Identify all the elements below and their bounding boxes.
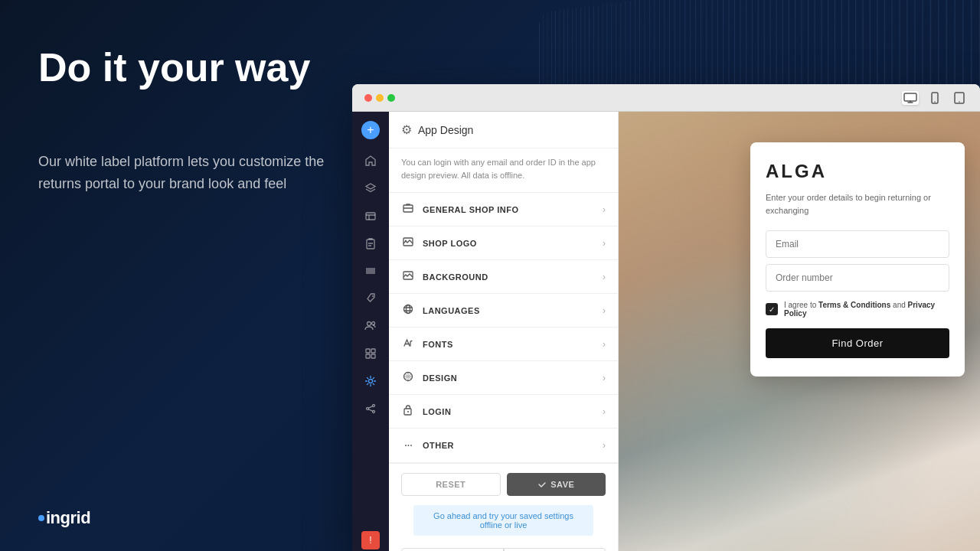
chevron-icon: › <box>603 373 606 383</box>
svg-point-2 <box>934 101 936 103</box>
app-content: + <box>352 112 980 551</box>
chevron-icon: › <box>603 440 606 451</box>
general-shop-label: GENERAL SHOP INFO <box>423 205 595 214</box>
svg-rect-0 <box>904 93 916 101</box>
fonts-label: FONTS <box>423 340 595 349</box>
svg-point-22 <box>404 305 413 314</box>
save-button[interactable]: SAVE <box>507 473 606 496</box>
chevron-icon: › <box>603 305 606 316</box>
chevron-icon: › <box>603 406 606 417</box>
other-icon: ··· <box>401 439 415 452</box>
panel-actions: RESET SAVE <box>389 463 618 505</box>
chevron-icon: › <box>603 272 606 282</box>
background-label: BACKGROUND <box>423 272 595 282</box>
design-icon <box>401 371 415 384</box>
app-design-panel: ⚙ App Design You can login with any emai… <box>389 112 619 551</box>
panel-info: You can login with any email and order I… <box>389 148 618 193</box>
tab-live-app[interactable]: LIVE APP <box>504 548 606 551</box>
hero-subtitle: Our white label platform lets you custom… <box>38 151 345 195</box>
fonts-icon <box>401 337 415 350</box>
reset-button[interactable]: RESET <box>401 473 501 496</box>
link-bar: Go ahead and try your saved settings off… <box>413 505 593 536</box>
svg-point-20 <box>405 240 407 242</box>
menu-item-design[interactable]: DESIGN › <box>389 361 618 395</box>
brand-name: ingrid <box>38 508 90 527</box>
svg-point-4 <box>959 101 960 103</box>
panel-header: ⚙ App Design <box>389 112 618 148</box>
checkbox-checked[interactable]: ✓ <box>766 303 778 315</box>
languages-icon <box>401 304 415 317</box>
brand-name-card: ALGA <box>766 161 949 182</box>
return-card-description: Enter your order details to begin return… <box>766 191 949 217</box>
languages-label: LANGUAGES <box>423 306 595 315</box>
chevron-icon: › <box>603 339 606 350</box>
menu-item-shop-logo[interactable]: SHOP LOGO › <box>389 227 618 260</box>
save-icon <box>537 480 547 489</box>
menu-item-fonts[interactable]: FONTS › <box>389 328 618 361</box>
panel-tabs: DEMO APP LIVE APP <box>389 548 618 551</box>
terms-label: I agree to Terms & Conditions and Privac… <box>784 301 949 318</box>
menu-item-general-shop-info[interactable]: GENERAL SHOP INFO › <box>389 193 618 227</box>
design-label: DESIGN <box>423 373 595 383</box>
browser-chrome: + <box>352 84 980 551</box>
shop-logo-icon <box>401 236 415 249</box>
menu-item-other[interactable]: ··· OTHER › <box>389 429 618 463</box>
svg-point-26 <box>407 411 409 412</box>
left-panel: Do it your way Our white label platform … <box>0 0 383 551</box>
terms-checkbox-row: ✓ I agree to Terms & Conditions and Priv… <box>766 301 949 318</box>
hero-section: Do it your way Our white label platform … <box>38 46 345 195</box>
tab-demo-app[interactable]: DEMO APP <box>401 548 504 551</box>
panel-header-icon: ⚙ <box>401 122 412 137</box>
return-portal-card: ALGA Enter your order details to begin r… <box>750 142 965 377</box>
panel-header-title: App Design <box>418 124 473 136</box>
browser-toolbar <box>352 84 980 112</box>
device-icons-group <box>902 91 968 105</box>
other-label: OTHER <box>423 441 595 450</box>
mobile-icon[interactable] <box>926 91 943 105</box>
link-bar-container: Go ahead and try your saved settings off… <box>389 505 618 548</box>
browser-dot-green <box>387 94 395 102</box>
link-text[interactable]: Go ahead and try your saved settings off… <box>426 511 581 530</box>
menu-item-login[interactable]: LOGIN › <box>389 395 618 429</box>
find-order-button[interactable]: Find Order <box>766 328 949 358</box>
login-label: LOGIN <box>423 407 595 416</box>
shop-logo-label: SHOP LOGO <box>423 239 595 248</box>
email-input[interactable] <box>766 230 949 258</box>
brand-dot <box>38 515 44 521</box>
desktop-icon[interactable] <box>902 91 919 105</box>
menu-item-languages[interactable]: LANGUAGES › <box>389 294 618 328</box>
preview-panel: ALGA Enter your order details to begin r… <box>619 112 980 551</box>
order-number-input[interactable] <box>766 264 949 292</box>
general-shop-icon <box>401 203 415 216</box>
login-icon <box>401 405 415 418</box>
tablet-icon[interactable] <box>951 91 968 105</box>
menu-item-background[interactable]: BACKGROUND › <box>389 260 618 294</box>
hero-title: Do it your way <box>38 46 345 90</box>
chevron-icon: › <box>603 204 606 215</box>
chevron-icon: › <box>603 238 606 249</box>
background-icon <box>401 270 415 283</box>
ingrid-logo: ingrid <box>38 508 90 528</box>
svg-point-23 <box>407 305 410 314</box>
